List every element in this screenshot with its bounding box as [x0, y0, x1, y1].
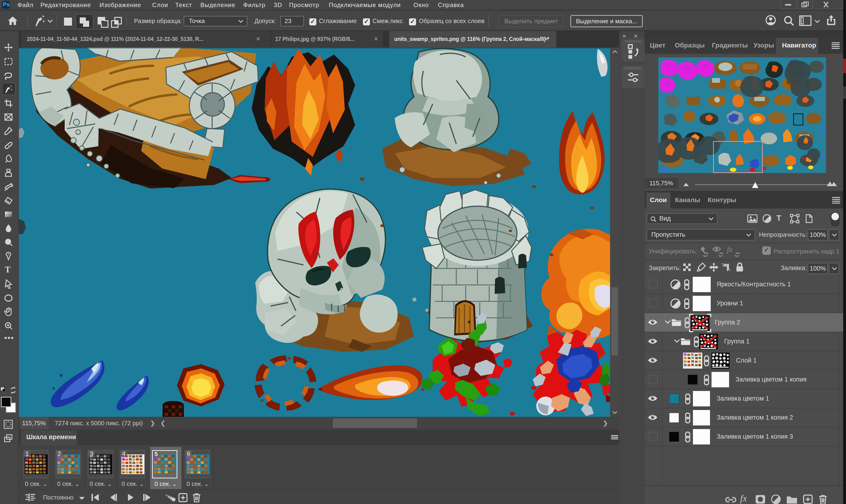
svg-text:fx: fx: [727, 246, 733, 254]
